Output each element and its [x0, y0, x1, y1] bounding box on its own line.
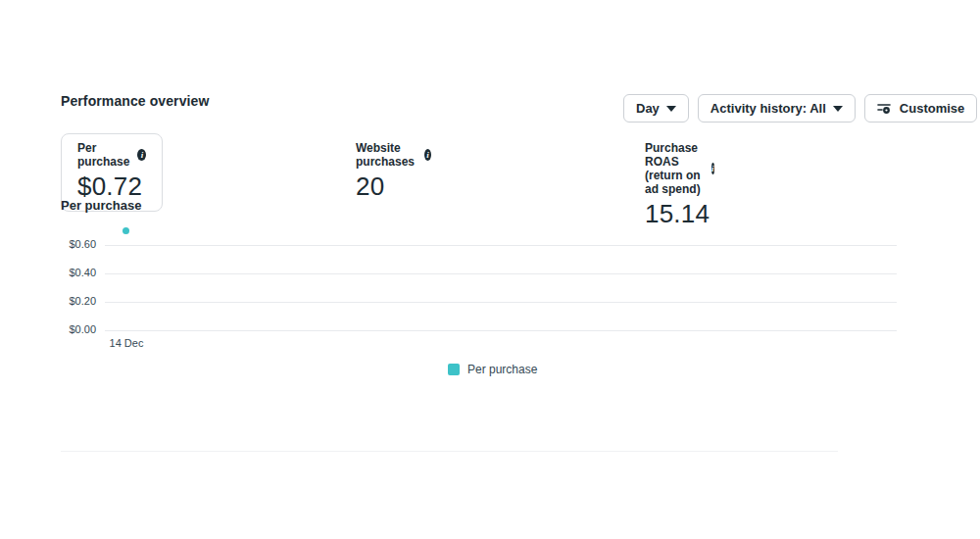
customise-button[interactable]: Customise — [864, 94, 977, 122]
metric-label: Purchase ROAS (return on ad spend) — [645, 141, 707, 196]
legend-swatch — [448, 364, 460, 375]
activity-history-dropdown[interactable]: Activity history: All — [698, 94, 856, 122]
chart-title: Per purchase — [61, 198, 141, 213]
time-breakdown-dropdown[interactable]: Day — [623, 94, 689, 122]
y-axis-tick: $0.60 — [47, 238, 96, 250]
gridline — [105, 245, 897, 246]
chart-controls: Day Activity history: All Customise — [623, 94, 977, 122]
x-axis-tick: 14 Dec — [92, 337, 161, 349]
activity-history-label: Activity history: All — [710, 101, 826, 116]
y-axis-tick: $0.00 — [47, 323, 96, 335]
gridline — [105, 330, 897, 331]
metric-label: Website purchases — [356, 141, 419, 169]
customise-label: Customise — [900, 101, 964, 116]
metric-card-website-purchases[interactable]: Website purchases i 20 — [356, 133, 431, 211]
y-axis-tick: $0.40 — [47, 267, 96, 278]
page-title: Performance overview — [61, 93, 209, 109]
metric-label: Per purchase — [77, 141, 132, 169]
performance-overview-panel: Performance overview Day Activity histor… — [0, 0, 980, 539]
y-axis-tick: $0.20 — [47, 295, 96, 307]
chevron-down-icon — [833, 106, 843, 112]
chevron-down-icon — [666, 106, 676, 112]
metric-value: 15.14 — [645, 199, 714, 229]
time-breakdown-label: Day — [636, 101, 660, 116]
metric-value: 20 — [356, 172, 431, 202]
data-point-per-purchase[interactable] — [122, 227, 129, 234]
section-divider — [61, 451, 838, 452]
info-icon[interactable]: i — [424, 149, 431, 161]
customise-sliders-icon — [877, 101, 893, 117]
legend-label: Per purchase — [467, 363, 537, 376]
info-icon[interactable]: i — [711, 163, 715, 174]
metric-card-purchase-roas[interactable]: Purchase ROAS (return on ad spend) i 15.… — [645, 133, 714, 238]
gridline — [105, 273, 897, 274]
legend-item-per-purchase[interactable]: Per purchase — [448, 363, 537, 376]
gridline — [105, 302, 897, 303]
info-icon[interactable]: i — [137, 149, 146, 161]
